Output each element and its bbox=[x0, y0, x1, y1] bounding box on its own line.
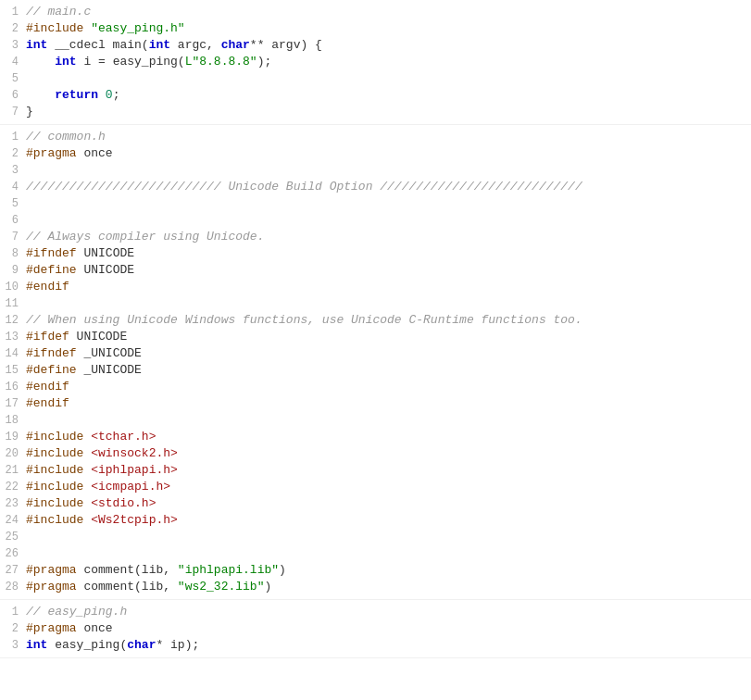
code-line: 3int easy_ping(char* ip); bbox=[0, 637, 751, 654]
line-content: #endif bbox=[26, 379, 751, 395]
code-line: 9#define UNICODE bbox=[0, 262, 751, 279]
token-plain: _UNICODE bbox=[83, 346, 141, 360]
code-line: 1// easy_ping.h bbox=[0, 604, 751, 620]
token-num: 0 bbox=[106, 88, 113, 102]
line-content: } bbox=[26, 104, 751, 120]
line-number: 7 bbox=[0, 104, 26, 120]
token-kw: int bbox=[149, 38, 170, 52]
token-pp: #ifdef bbox=[26, 330, 77, 344]
token-hdr: <stdio.h> bbox=[91, 496, 156, 510]
code-line: 2#pragma once bbox=[0, 620, 751, 637]
token-plain: UNICODE bbox=[77, 330, 128, 344]
line-number: 24 bbox=[0, 512, 26, 529]
line-number: 4 bbox=[0, 54, 26, 70]
token-hdr: <winsock2.h> bbox=[91, 446, 178, 460]
line-content: /////////////////////////// Unicode Buil… bbox=[26, 179, 751, 195]
line-content: #include <tchar.h> bbox=[26, 429, 751, 445]
token-kw: int bbox=[26, 638, 47, 652]
line-content: #ifndef _UNICODE bbox=[26, 345, 751, 362]
code-line: 5 bbox=[0, 195, 751, 212]
line-number: 21 bbox=[0, 462, 26, 479]
token-plain bbox=[98, 88, 106, 102]
line-content: return 0; bbox=[26, 87, 751, 104]
line-number: 4 bbox=[0, 179, 26, 195]
token-pp: #include bbox=[26, 21, 91, 35]
token-pp: #include bbox=[26, 463, 91, 477]
line-content: #include <winsock2.h> bbox=[26, 445, 751, 462]
line-content: int __cdecl main(int argc, char** argv) … bbox=[26, 37, 751, 54]
token-plain: i = easy_ping( bbox=[77, 55, 185, 69]
token-pp: #ifndef bbox=[26, 246, 83, 260]
token-pp: #endif bbox=[26, 380, 69, 394]
line-content: // Always compiler using Unicode. bbox=[26, 229, 751, 245]
token-plain: UNICODE bbox=[83, 263, 134, 277]
line-number: 10 bbox=[0, 279, 26, 295]
token-pp: #pragma bbox=[26, 580, 83, 594]
token-plain: __cdecl main( bbox=[47, 38, 148, 52]
line-number: 23 bbox=[0, 495, 26, 512]
code-line: 2#include "easy_ping.h" bbox=[0, 20, 751, 37]
line-content: // main.c bbox=[26, 4, 751, 20]
code-line: 26 bbox=[0, 545, 751, 562]
token-plain: _UNICODE bbox=[83, 363, 141, 377]
code-line: 21#include <iphlpapi.h> bbox=[0, 462, 751, 479]
line-number: 1 bbox=[0, 129, 26, 145]
code-line: 1// main.c bbox=[0, 4, 751, 20]
line-number: 13 bbox=[0, 329, 26, 345]
line-number: 9 bbox=[0, 262, 26, 279]
code-line: 19#include <tchar.h> bbox=[0, 429, 751, 445]
token-pp: #include bbox=[26, 430, 91, 444]
code-line: 3 bbox=[0, 162, 751, 179]
token-kw: return bbox=[55, 88, 98, 102]
line-number: 26 bbox=[0, 545, 26, 562]
token-plain: ** argv) { bbox=[250, 38, 322, 52]
code-line: 7} bbox=[0, 104, 751, 120]
token-cm: /////////////////////////// Unicode Buil… bbox=[26, 180, 582, 194]
line-number: 2 bbox=[0, 145, 26, 162]
token-pp: #include bbox=[26, 446, 91, 460]
token-plain: ); bbox=[257, 55, 272, 69]
line-content: // common.h bbox=[26, 129, 751, 145]
token-hdr: <tchar.h> bbox=[91, 430, 156, 444]
line-content: #pragma once bbox=[26, 145, 751, 162]
line-number: 14 bbox=[0, 345, 26, 362]
line-number: 8 bbox=[0, 245, 26, 262]
code-line: 8#ifndef UNICODE bbox=[0, 245, 751, 262]
code-line: 5 bbox=[0, 70, 751, 87]
line-number: 11 bbox=[0, 295, 26, 312]
code-line: 20#include <winsock2.h> bbox=[0, 445, 751, 462]
line-content: #endif bbox=[26, 279, 751, 295]
token-str: L"8.8.8.8" bbox=[185, 55, 257, 69]
code-line: 10#endif bbox=[0, 279, 751, 295]
token-pp: #endif bbox=[26, 280, 69, 294]
line-number: 12 bbox=[0, 312, 26, 329]
token-plain bbox=[26, 55, 55, 69]
code-line: 23#include <stdio.h> bbox=[0, 495, 751, 512]
token-plain: ; bbox=[113, 88, 120, 102]
line-content: #include <stdio.h> bbox=[26, 495, 751, 512]
code-line: 28#pragma comment(lib, "ws2_32.lib") bbox=[0, 579, 751, 595]
token-pp: #define bbox=[26, 263, 83, 277]
token-pp: #endif bbox=[26, 396, 69, 410]
line-number: 18 bbox=[0, 412, 26, 429]
code-line: 27#pragma comment(lib, "iphlpapi.lib") bbox=[0, 562, 751, 579]
token-pp: #include bbox=[26, 513, 91, 527]
code-line: 12// When using Unicode Windows function… bbox=[0, 312, 751, 329]
token-kw: char bbox=[221, 38, 250, 52]
code-line: 3int __cdecl main(int argc, char** argv)… bbox=[0, 37, 751, 54]
token-pp: #pragma bbox=[26, 563, 83, 577]
line-number: 5 bbox=[0, 70, 26, 87]
line-content: #define _UNICODE bbox=[26, 362, 751, 379]
line-content: #ifdef UNICODE bbox=[26, 329, 751, 345]
line-number: 7 bbox=[0, 229, 26, 245]
line-number: 22 bbox=[0, 479, 26, 495]
code-line: 15#define _UNICODE bbox=[0, 362, 751, 379]
code-line: 22#include <icmpapi.h> bbox=[0, 479, 751, 495]
line-content: // When using Unicode Windows functions,… bbox=[26, 312, 751, 329]
line-number: 17 bbox=[0, 395, 26, 412]
line-number: 27 bbox=[0, 562, 26, 579]
line-content: #ifndef UNICODE bbox=[26, 245, 751, 262]
token-plain: argc, bbox=[170, 38, 221, 52]
line-number: 28 bbox=[0, 579, 26, 595]
token-kw: int bbox=[26, 38, 47, 52]
